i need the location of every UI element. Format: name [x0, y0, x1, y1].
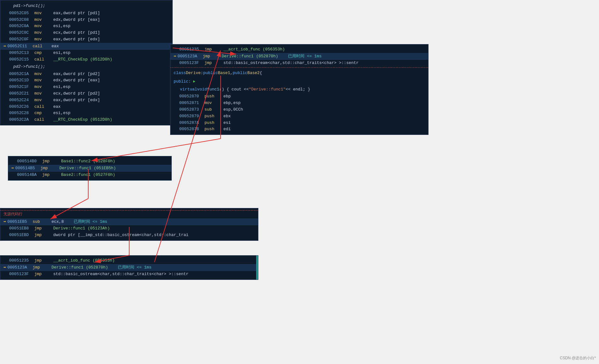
code-line: 00052C28 cmp esi,esp: [0, 110, 172, 117]
thunk-line-jmp2: 00051EBD jmp dword ptr [__imp_std::basic…: [0, 232, 258, 239]
fn-header-pd2: pd2->func1();: [0, 63, 172, 71]
fn-header-pd1: pd1->func1();: [0, 2, 172, 10]
disassembly-panel-2: 00051235 jmp __acrt_iob_func (056353h) ➡…: [170, 44, 429, 135]
code-line: 00052C0F mov eax,dword ptr [edx]: [0, 36, 172, 43]
thunk-line-jmp: 00051EB8 jmp Derive::func1 (05123Ah): [0, 225, 258, 232]
asm-line: 00052871 mov ebp,esp: [170, 100, 428, 107]
asm-line: 00052879 push ebx: [170, 113, 428, 120]
thunk-panel: 无源代码行 ➡ 00051EB5 sub ecx,8 已用时间 <= 1ms 0…: [0, 208, 258, 241]
asm-line: 00052870 push ebp: [170, 93, 428, 100]
code-line: 00051235 jmp __acrt_iob_func (056353h): [170, 46, 428, 53]
code-line: 00052C21 mov ecx,dword ptr [pd2]: [0, 90, 172, 97]
code-line-jmp-derive: ➡ 0005123A jmp Derive::func1 (052870h) 已…: [170, 53, 428, 60]
vtable-line: 000514BA jmp Base2::func1 (0527F0h): [8, 172, 171, 178]
separator: [170, 67, 428, 68]
code-line: 00052C24 mov eax,dword ptr [edx]: [0, 97, 172, 104]
asm-line: 0005287B push edi: [170, 126, 428, 133]
code-line: 00052C1D mov edx,dword ptr [eax]: [0, 77, 172, 84]
thunk-line-sub: ➡ 00051EB5 sub ecx,8 已用时间 <= 1ms: [0, 218, 258, 225]
code-line: 00052C13 cmp esi,esp: [0, 50, 172, 56]
jmp-line-derive: ➡ 0005123A jmp Derive::func1 (052870h) 已…: [0, 264, 258, 271]
code-line: 00052C05 mov eax,dword ptr [pd1]: [0, 10, 172, 17]
code-line: 00052C26 call eax: [0, 104, 172, 110]
code-line: 00052C2A call __RTC_CheckEsp (0512D0h): [0, 117, 172, 123]
jmp-line-stream: 0005123F jmp std::basic_ostream<char,std…: [0, 271, 258, 278]
panel-border-indicator: [256, 256, 258, 280]
vtable-line: 000514B0 jmp Base1::func2 (0528F0h): [8, 158, 171, 165]
asm-line: 00052873 sub esp,0CCh: [170, 107, 428, 113]
code-line: 00052C0A mov esi,esp: [0, 23, 172, 30]
code-line: 00052C0C mov ecx,dword ptr [pd1]: [0, 30, 172, 36]
vtable-panel: 000514B0 jmp Base1::func2 (0528F0h) ➡ 00…: [8, 156, 172, 181]
class-definition-line2: public: ►: [170, 78, 428, 86]
asm-line: 0005287A push esi: [170, 120, 428, 126]
watermark: CSDN @进击的小白*: [560, 355, 596, 361]
class-definition-line3: virtual void func1 () { cout << "Derive:…: [170, 86, 428, 94]
code-line: 0005123F jmp std::basic_ostream<char,std…: [170, 60, 428, 66]
code-line: 00052C1A mov eax,dword ptr [pd2]: [0, 71, 172, 78]
code-line: 00052C08 mov edx,dword ptr [eax]: [0, 17, 172, 23]
code-line-call-eax: ➡ 00052C11 call eax: [0, 43, 172, 50]
separator-nosource: 无源代码行: [0, 210, 258, 218]
disassembly-panel-1: pd1->func1(); 00052C05 mov eax,dword ptr…: [0, 0, 173, 125]
vtable-line-derive: ➡ 000514B5 jmp Derive::func1 (051EB5h): [8, 165, 171, 172]
jmp-line: 00051235 jmp __acrt_iob_func (056353h): [0, 257, 258, 264]
class-definition-line1: class Derive : public Base1 , public Bas…: [170, 69, 428, 78]
code-line: 00052C1F mov esi,esp: [0, 84, 172, 90]
code-line: 00052C15 call __RTC_CheckEsp (0512D0h): [0, 56, 172, 63]
jmp-panel-bottom: 00051235 jmp __acrt_iob_func (056353h) ➡…: [0, 255, 258, 280]
